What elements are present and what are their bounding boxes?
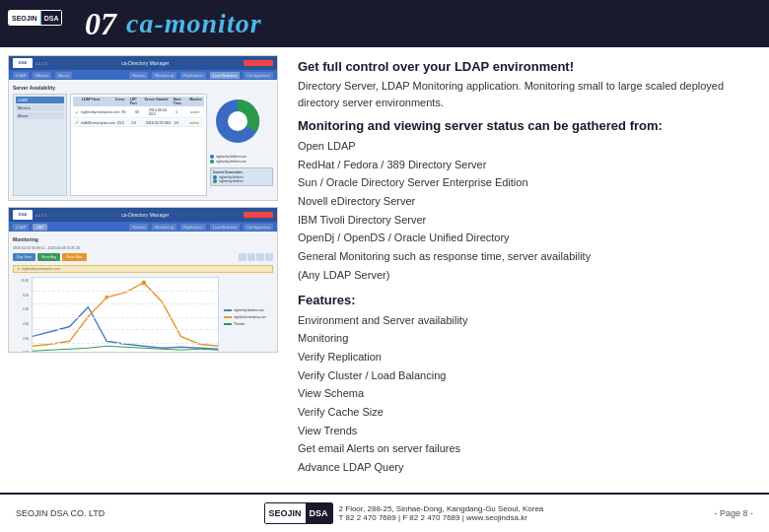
- section-control: Get full control over your LDAP environm…: [298, 59, 753, 110]
- app-sidebar-top: LDAP Metrics About: [13, 94, 67, 196]
- connections-box: Current Connections mghendry.bettimer mg…: [210, 167, 273, 186]
- app-nav-bottom: LDAP CAP Review Monitoring Replication L…: [9, 222, 277, 232]
- list-item: View Trends: [298, 422, 753, 440]
- pie-chart: [210, 94, 265, 149]
- section1-body: Directory Server, LDAP Monitoring applic…: [298, 78, 753, 110]
- section-features: Features: Environment and Server availab…: [298, 293, 753, 477]
- page-header: SEOJIN DSA 07 ca-monitor: [0, 0, 769, 47]
- app-topbar-bottom: DSA v.2.2.1 ca-Directory Manager: [9, 208, 277, 222]
- list-item: Advance LDAP Query: [298, 458, 753, 477]
- footer-logo-group: SEOJIN DSA 2 Floor, 288-25, Sinhae-Dong,…: [264, 502, 544, 524]
- list-item: Verify Cache Size: [298, 403, 753, 422]
- list-item: General Monitoring such as response time…: [298, 247, 753, 266]
- page-footer: SEOJIN DSA CO. LTD SEOJIN DSA 2 Floor, 2…: [0, 493, 769, 532]
- table-row: ✓ mghendry.enterprise.com 80 60 2013-09-…: [73, 107, 204, 118]
- logo-dsa: DSA: [40, 11, 62, 25]
- list-item: Sun / Oracle Directory Server Enterprise…: [298, 173, 753, 192]
- list-item: Verify Cluster / Load Balancing: [298, 366, 753, 385]
- header-logo: SEOJIN DSA: [8, 10, 62, 26]
- list-item: Environment and Server availability: [298, 311, 753, 330]
- section2-title: Monitoring and viewing server status can…: [298, 118, 753, 133]
- page-number-footer: - Page 8 -: [714, 508, 753, 518]
- footer-address: 2 Floor, 288-25, Sinhae-Dong, Kangdang-G…: [339, 504, 544, 513]
- app-logo-top: DSA: [13, 58, 33, 68]
- list-item: View Schema: [298, 384, 753, 403]
- section3-title: Features:: [298, 293, 753, 307]
- list-item: (Any LDAP Server): [298, 266, 753, 285]
- list-item: OpenDj / OpenDS / Oracle Unified Directo…: [298, 229, 753, 247]
- list-item: Get email Alerts on server failures: [298, 439, 753, 458]
- app-body-top: Server Availability LDAP Metrics About L…: [9, 80, 277, 200]
- svg-point-1: [228, 111, 247, 131]
- footer-dsa: DSA: [306, 503, 332, 523]
- list-item: Verify Replication: [298, 348, 753, 366]
- bottom-screenshot: DSA v.2.2.1 ca-Directory Manager LDAP CA…: [8, 207, 278, 353]
- footer-contact: 2 Floor, 288-25, Sinhae-Dong, Kangdang-G…: [339, 504, 544, 522]
- page-title: ca-monitor: [126, 8, 262, 39]
- section3-list: Environment and Server availability Moni…: [298, 311, 753, 477]
- right-panel: Get full control over your LDAP environm…: [286, 47, 769, 493]
- app-nav-top: LDAP Metrics About Review Monitoring Rep…: [9, 70, 277, 80]
- top-screenshot: DSA v.1.2.3 ca-Directory Manager LDAP Me…: [8, 55, 278, 201]
- page-number: 07: [85, 6, 116, 42]
- main-content: DSA v.1.2.3 ca-Directory Manager LDAP Me…: [0, 47, 769, 493]
- list-item: Novell eDirectory Server: [298, 192, 753, 211]
- app-body-bottom: Monitoring 2019-04-02 00:06:51 - 2020-04…: [9, 232, 277, 352]
- left-panel: DSA v.1.2.3 ca-Directory Manager LDAP Me…: [0, 47, 286, 493]
- footer-logo-box: SEOJIN DSA: [264, 502, 333, 524]
- app-topbar-top: DSA v.1.2.3 ca-Directory Manager: [9, 56, 277, 70]
- pie-chart-container: mghendry.bettimer.com mghendry.bettimer.…: [210, 94, 273, 196]
- logo-seojin: SEOJIN: [9, 11, 40, 25]
- trend-chart: [32, 277, 219, 353]
- table-row: ✓ mdb68.enterprise.com 23.0 2.6 2016-02-…: [73, 119, 204, 127]
- list-item: RedHat / Fedora / 389 Directory Server: [298, 156, 753, 174]
- section1-title: Get full control over your LDAP environm…: [298, 59, 753, 74]
- list-item: Monitoring: [298, 329, 753, 348]
- chart-legend: mghendry.bettimer.com mghebck.enterprise…: [222, 277, 273, 353]
- footer-phone: T 82 2 470 7689 | F 82 2 470 7689 | www.…: [339, 513, 544, 522]
- section-monitoring: Monitoring and viewing server status can…: [298, 118, 753, 285]
- list-item: IBM Tivoli Directory Server: [298, 211, 753, 230]
- company-name: SEOJIN DSA CO. LTD: [16, 508, 105, 518]
- app-main-area-top: LDAP Host Conn. LDP Port Server Started …: [70, 94, 207, 196]
- footer-seojin: SEOJIN: [265, 503, 306, 523]
- list-item: Open LDAP: [298, 137, 753, 156]
- app-logo-bottom: DSA: [13, 210, 33, 220]
- section2-list: Open LDAP RedHat / Fedora / 389 Director…: [298, 137, 753, 285]
